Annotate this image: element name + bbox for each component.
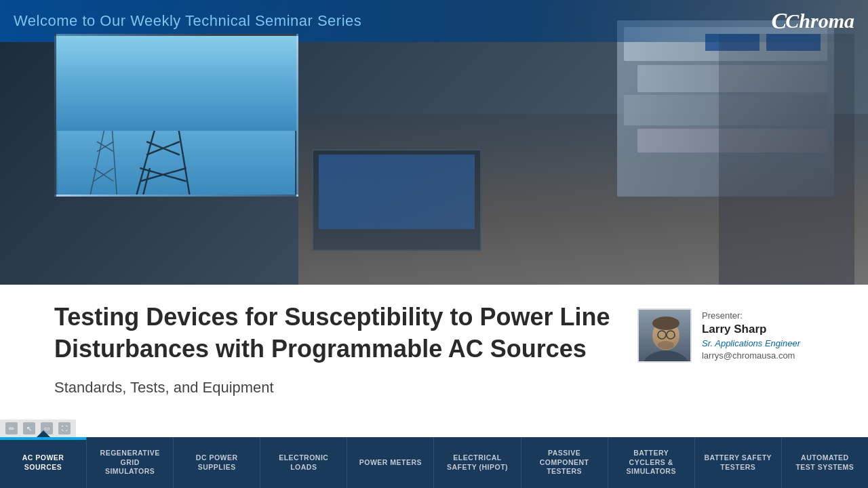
nav-label-ac-power-sources: AC POWER SOURCES <box>22 453 64 472</box>
nav-label-regenerative-grid: REGENERATIVE GRID SIMULATORS <box>100 449 160 476</box>
presenter-email: larrys@chromausa.com <box>702 350 800 361</box>
nav-item-regenerative-grid[interactable]: REGENERATIVE GRID SIMULATORS <box>87 437 174 488</box>
presenter-label: Presenter: <box>702 310 800 321</box>
cursor-icon[interactable]: ↖ <box>23 422 35 434</box>
tower-image <box>54 34 298 197</box>
nav-item-battery-cyclers[interactable]: BATTERY CYCLERS & SIMULATORS <box>608 437 695 488</box>
expand-icon[interactable]: ⛶ <box>58 422 71 434</box>
presenter-title: Sr. Applications Engineer <box>702 338 800 348</box>
nav-label-battery-safety: BATTERY SAFETY TESTERS <box>705 453 772 472</box>
sky-background <box>56 36 296 131</box>
presenter-name: Larry Sharp <box>702 323 800 336</box>
presenter-section: Presenter: Larry Sharp Sr. Applications … <box>637 308 800 363</box>
nav-item-electrical-safety[interactable]: ELECTRICAL SAFETY (HIPOT) <box>434 437 521 488</box>
nav-label-electronic-loads: ELECTRONIC LOADS <box>279 453 328 472</box>
nav-item-power-meters[interactable]: POWER METERS <box>347 437 434 488</box>
nav-label-passive-component: PASSIVE COMPONENT TESTERS <box>540 449 589 476</box>
presenter-avatar-svg <box>639 310 692 363</box>
nav-label-automated-test: AUTOMATED TEST SYSTEMS <box>795 453 854 472</box>
welcome-text: Welcome to Our Weekly Technical Seminar … <box>14 12 361 30</box>
main-title: Testing Devices for Susceptibility to Po… <box>54 302 637 365</box>
chroma-logo: CChroma <box>772 8 854 34</box>
pencil-icon[interactable]: ✏ <box>5 422 18 434</box>
nav-item-dc-power-supplies[interactable]: DC POWER SUPPLIES <box>174 437 260 488</box>
nav-bar: AC POWER SOURCES REGENERATIVE GRID SIMUL… <box>0 437 868 488</box>
svg-point-33 <box>652 317 679 330</box>
nav-item-passive-component[interactable]: PASSIVE COMPONENT TESTERS <box>521 437 608 488</box>
svg-point-38 <box>658 341 674 349</box>
nav-label-battery-cyclers: BATTERY CYCLERS & SIMULATORS <box>626 449 675 476</box>
nav-item-ac-power-sources[interactable]: AC POWER SOURCES <box>0 437 87 488</box>
nav-item-automated-test[interactable]: AUTOMATED TEST SYSTEMS <box>782 437 868 488</box>
presenter-info: Presenter: Larry Sharp Sr. Applications … <box>702 310 800 361</box>
nav-arrow <box>37 430 50 437</box>
nav-item-battery-safety[interactable]: BATTERY SAFETY TESTERS <box>695 437 782 488</box>
header-banner: Welcome to Our Weekly Technical Seminar … <box>0 0 868 285</box>
subtitle: Standards, Tests, and Equipment <box>54 379 637 396</box>
content-left: Testing Devices for Susceptibility to Po… <box>54 302 637 396</box>
nav-label-electrical-safety: ELECTRICAL SAFETY (HIPOT) <box>447 453 508 472</box>
nav-label-dc-power-supplies: DC POWER SUPPLIES <box>196 453 238 472</box>
presenter-photo <box>637 308 692 363</box>
nav-label-power-meters: POWER METERS <box>359 458 422 468</box>
main-content: Testing Devices for Susceptibility to Po… <box>0 285 868 441</box>
nav-item-electronic-loads[interactable]: ELECTRONIC LOADS <box>260 437 347 488</box>
